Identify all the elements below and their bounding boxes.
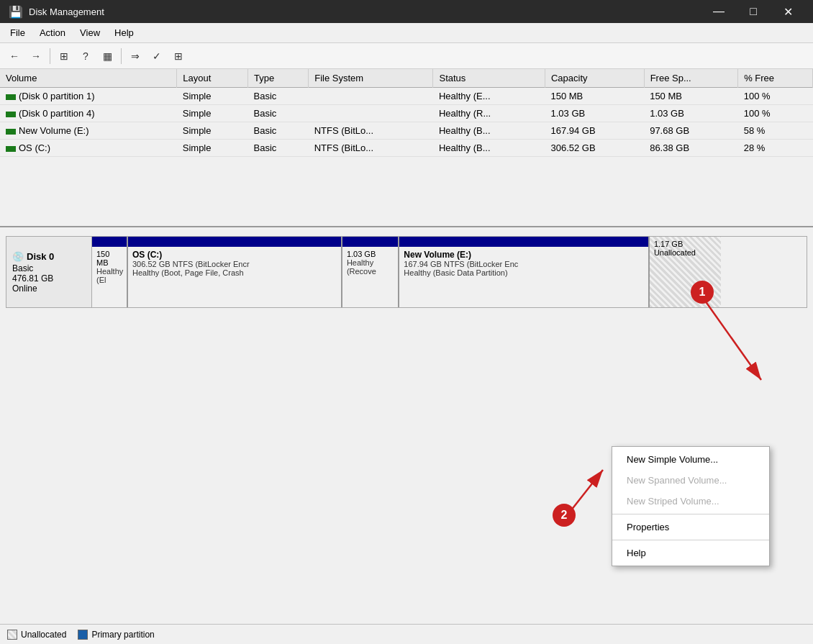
unalloc-size: 1.17 GB — [654, 240, 717, 248]
maximize-button[interactable]: □ — [737, 0, 770, 23]
cell-capacity: 306.52 GB — [545, 140, 644, 157]
partition-fs-os: 306.52 GB NTFS (BitLocker Encr — [132, 260, 337, 268]
cell-capacity: 1.03 GB — [545, 105, 644, 122]
context-menu: New Simple Volume... New Spanned Volume.… — [612, 446, 770, 566]
annotation-1: 1 — [691, 281, 714, 304]
table-row[interactable]: (Disk 0 partition 1) Simple Basic Health… — [0, 88, 813, 105]
partition-fs-newvol: 167.94 GB NTFS (BitLocker Enc — [404, 260, 644, 268]
volume-table: Volume Layout Type File System Status Ca… — [0, 69, 813, 157]
cell-capacity: 150 MB — [545, 88, 644, 105]
col-status: Status — [433, 69, 545, 88]
cell-pct: 100 % — [738, 88, 813, 105]
window-controls: — □ ✕ — [702, 0, 804, 23]
cell-fs: NTFS (BitLo... — [309, 122, 433, 140]
legend-primary: Primary partition — [78, 630, 154, 640]
volume-table-area: Volume Layout Type File System Status Ca… — [0, 69, 813, 227]
toolbar-btn-help[interactable]: ? — [76, 46, 96, 66]
ctx-sep-2 — [612, 540, 769, 540]
partition-size-2: 1.03 GB — [347, 250, 394, 258]
col-layout: Layout — [177, 69, 248, 88]
menu-action[interactable]: Action — [32, 24, 73, 41]
cell-layout: Simple — [177, 105, 248, 122]
disk-label: 💿Disk 0 Basic 476.81 GB Online — [6, 236, 92, 308]
legend-unalloc-box — [7, 630, 17, 640]
partition-status-2: Healthy (Recove — [347, 258, 394, 276]
partition-status-newvol: Healthy (Basic Data Partition) — [404, 268, 644, 277]
cell-fs — [309, 105, 433, 122]
cell-free: 150 MB — [644, 88, 738, 105]
titlebar: 💾 Disk Management — □ ✕ — [0, 0, 813, 23]
menubar: File Action View Help — [0, 23, 813, 43]
toolbar-sep-1 — [50, 48, 50, 64]
app-icon: 💾 — [9, 5, 23, 19]
partition-os[interactable]: OS (C:) 306.52 GB NTFS (BitLocker Encr H… — [128, 237, 342, 307]
cell-layout: Simple — [177, 88, 248, 105]
cell-status: Healthy (E... — [433, 88, 545, 105]
partition-150mb[interactable]: 150 MB Healthy (El — [92, 237, 128, 307]
partition-newvol[interactable]: New Volume (E:) 167.94 GB NTFS (BitLocke… — [399, 237, 650, 307]
disk-status: Online — [12, 284, 86, 294]
annotation-2: 2 — [553, 504, 576, 527]
disk-type: Basic — [12, 263, 86, 273]
unalloc-label: Unallocated — [654, 248, 717, 257]
toolbar-btn-connect[interactable]: ⇒ — [125, 46, 145, 66]
cell-fs — [309, 88, 433, 105]
cell-type: Basic — [247, 122, 308, 140]
ctx-new-striped-volume: New Striped Volume... — [612, 491, 769, 512]
table-row[interactable]: OS (C:) Simple Basic NTFS (BitLo... Heal… — [0, 140, 813, 157]
legend-primary-label: Primary partition — [91, 630, 154, 640]
legend-unalloc-label: Unallocated — [21, 630, 66, 640]
toolbar-btn-check[interactable]: ✓ — [147, 46, 167, 66]
partition-name-os: OS (C:) — [132, 250, 337, 260]
ctx-properties[interactable]: Properties — [612, 517, 769, 538]
ctx-new-simple-volume[interactable]: New Simple Volume... — [612, 449, 769, 470]
col-pct: % Free — [738, 69, 813, 88]
statusbar: Unallocated Primary partition — [0, 624, 813, 644]
cell-free: 86.38 GB — [644, 140, 738, 157]
partition-size-1: 150 MB — [96, 250, 122, 267]
cell-volume: OS (C:) — [0, 140, 177, 157]
menu-help[interactable]: Help — [107, 24, 141, 41]
partition-status-os: Healthy (Boot, Page File, Crash — [132, 268, 337, 277]
menu-file[interactable]: File — [3, 24, 32, 41]
forward-button[interactable]: → — [26, 46, 46, 66]
cell-free: 97.68 GB — [644, 122, 738, 140]
partition-header-1 — [92, 237, 127, 247]
cell-pct: 100 % — [738, 105, 813, 122]
partition-name-newvol: New Volume (E:) — [404, 250, 644, 260]
cell-status: Healthy (B... — [433, 122, 545, 140]
toolbar-btn-display[interactable]: ⊞ — [168, 46, 189, 66]
cell-status: Healthy (R... — [433, 105, 545, 122]
close-button[interactable]: ✕ — [771, 0, 804, 23]
cell-free: 1.03 GB — [644, 105, 738, 122]
cell-pct: 58 % — [738, 122, 813, 140]
menu-view[interactable]: View — [73, 24, 107, 41]
toolbar-sep-2 — [121, 48, 122, 64]
disk-name: 💿Disk 0 — [12, 251, 86, 262]
minimize-button[interactable]: — — [702, 0, 735, 23]
col-type: Type — [247, 69, 308, 88]
table-row[interactable]: (Disk 0 partition 4) Simple Basic Health… — [0, 105, 813, 122]
window-title: Disk Management — [29, 6, 702, 17]
col-filesystem: File System — [309, 69, 433, 88]
back-button[interactable]: ← — [4, 46, 24, 66]
cell-status: Healthy (B... — [433, 140, 545, 157]
toolbar-btn-list[interactable]: ⊞ — [54, 46, 74, 66]
col-capacity: Capacity — [545, 69, 644, 88]
cell-layout: Simple — [177, 140, 248, 157]
table-row[interactable]: New Volume (E:) Simple Basic NTFS (BitLo… — [0, 122, 813, 140]
partition-header-newvol — [399, 237, 648, 247]
toolbar-btn-drive[interactable]: ▦ — [97, 46, 117, 66]
cell-type: Basic — [247, 88, 308, 105]
ctx-new-spanned-volume: New Spanned Volume... — [612, 470, 769, 491]
cell-layout: Simple — [177, 122, 248, 140]
partition-header-2 — [342, 237, 398, 247]
ctx-help[interactable]: Help — [612, 543, 769, 563]
ctx-sep-1 — [612, 514, 769, 514]
disk-size: 476.81 GB — [12, 273, 86, 284]
toolbar: ← → ⊞ ? ▦ ⇒ ✓ ⊞ — [0, 43, 813, 69]
partition-1gb[interactable]: 1.03 GB Healthy (Recove — [342, 237, 399, 307]
partition-header-os — [128, 237, 341, 247]
cell-capacity: 167.94 GB — [545, 122, 644, 140]
col-free: Free Sp... — [644, 69, 738, 88]
